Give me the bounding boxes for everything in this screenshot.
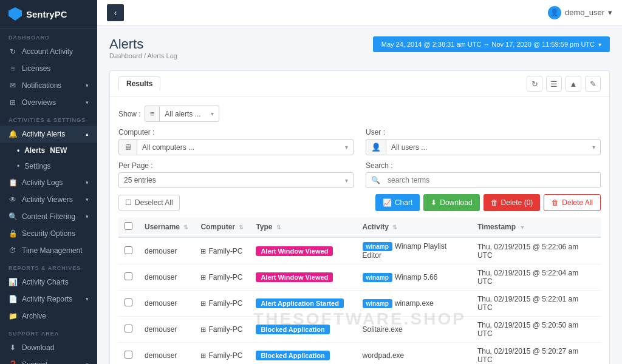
sidebar-item-account-activity[interactable]: ↻ Account Activity xyxy=(0,43,97,60)
date-range-button[interactable]: May 24, 2014 @ 2:38:31 am UTC ↔ Nov 17, … xyxy=(373,36,610,52)
sidebar-item-content-filtering[interactable]: 🔍 Content Filtering ▾ xyxy=(0,208,97,225)
sidebar-section-activities: ACTIVITIES & SETTINGS xyxy=(0,111,97,126)
row-timestamp: Thu, 02/19/2015 @ 5:20:50 am UTC xyxy=(471,317,601,343)
row-computer: ⊞Family-PC xyxy=(194,317,250,343)
sidebar-item-notifications[interactable]: ✉ Notifications ▾ xyxy=(0,77,97,94)
sidebar-label-activity-viewers: Activity Viewers xyxy=(22,195,73,204)
delete-all-button[interactable]: 🗑 Delete All xyxy=(544,194,601,211)
row-type: Alert Window Viewed xyxy=(250,237,356,265)
support-arrow: ▾ xyxy=(86,362,89,364)
user-select[interactable]: All users ... xyxy=(386,140,587,155)
row-timestamp: Thu, 02/19/2015 @ 5:22:04 am UTC xyxy=(471,265,601,291)
sidebar-item-activity-charts[interactable]: 📊 Activity Charts xyxy=(0,274,97,291)
sidebar-item-activity-viewers[interactable]: 👁 Activity Viewers ▾ xyxy=(0,191,97,208)
search-input[interactable] xyxy=(385,173,600,187)
sidebar-item-activity-alerts[interactable]: 🔔 Activity Alerts ▴ xyxy=(0,126,97,143)
type-badge: Alert Window Viewed xyxy=(256,246,333,256)
page-content: Alerts Dashboard / Alerts Log May 24, 20… xyxy=(97,25,622,364)
delete-icon: 🗑 xyxy=(491,198,498,207)
row-checkbox[interactable] xyxy=(125,351,132,359)
activity-viewers-icon: 👁 xyxy=(9,195,17,204)
col-computer: Computer ⇅ xyxy=(194,217,250,237)
security-options-icon: 🔒 xyxy=(9,229,17,238)
main-content: ‹ 👤 demo_user ▾ Alerts Dashboard / Alert… xyxy=(97,0,622,364)
row-checkbox[interactable] xyxy=(125,272,132,280)
search-col: Search : 🔍 xyxy=(366,161,601,188)
collapse-button[interactable]: ▲ xyxy=(566,76,581,92)
sidebar-item-activity-logs[interactable]: 📋 Activity Logs ▾ xyxy=(0,174,97,191)
col-username: Username ⇅ xyxy=(138,217,194,237)
search-box: 🔍 xyxy=(366,172,601,188)
per-page-chevron: ▾ xyxy=(340,174,353,187)
select-all-checkbox[interactable] xyxy=(125,222,132,230)
sidebar-item-time-management[interactable]: ⏱ Time Management xyxy=(0,242,97,259)
delete-label: Delete (0) xyxy=(501,198,533,207)
show-filter-row: Show : ≡ All alerts ... ▾ xyxy=(118,106,601,122)
shield-icon xyxy=(9,7,22,21)
show-select-chevron: ▾ xyxy=(206,107,219,120)
activity-tag: winamp xyxy=(363,273,392,282)
activity-tag: winamp xyxy=(363,299,392,308)
table-row: demouser⊞Family-PCAlert Window Viewedwin… xyxy=(118,265,601,291)
delete-button[interactable]: 🗑 Delete (0) xyxy=(484,194,541,211)
sidebar-item-activity-reports[interactable]: 📄 Activity Reports ▾ xyxy=(0,291,97,308)
sidebar-label-account-activity: Account Activity xyxy=(22,47,73,56)
col-type: Type ⇅ xyxy=(250,217,356,237)
notifications-icon: ✉ xyxy=(9,81,17,90)
activity-text: winamp.exe xyxy=(395,299,434,308)
activity-text: Winamp 5.66 xyxy=(395,273,438,281)
download-label: Download xyxy=(440,198,472,207)
page-header: Alerts Dashboard / Alerts Log May 24, 20… xyxy=(109,36,610,68)
row-activity: winampwinamp.exe xyxy=(357,291,471,317)
time-management-icon: ⏱ xyxy=(9,246,17,255)
computer-filter-col: Computer : 🖥 All computers ... ▾ xyxy=(118,128,354,155)
edit-button[interactable]: ✎ xyxy=(585,76,601,92)
row-computer: ⊞Family-PC xyxy=(194,343,250,365)
table-row: demouser⊞Family-PCBlocked Applicationwor… xyxy=(118,343,601,365)
sidebar-label-alerts: Alerts xyxy=(24,146,45,155)
sidebar-item-archive[interactable]: 📁 Archive xyxy=(0,308,97,325)
sidebar-sub-item-settings[interactable]: • Settings xyxy=(0,158,97,174)
results-tab[interactable]: Results xyxy=(118,76,160,91)
sidebar-toggle-button[interactable]: ‹ xyxy=(107,4,124,21)
sidebar-label-overviews: Overviews xyxy=(22,98,56,107)
row-activity: Solitaire.exe xyxy=(357,317,471,343)
computer-user-filters: Computer : 🖥 All computers ... ▾ User : xyxy=(118,128,601,155)
user-icon: 👤 xyxy=(366,140,386,155)
sidebar-item-security-options[interactable]: 🔒 Security Options xyxy=(0,225,97,242)
row-type: Alert Application Started xyxy=(250,291,356,317)
list-view-button[interactable]: ☰ xyxy=(546,76,562,92)
breadcrumb-home[interactable]: Dashboard xyxy=(109,52,142,59)
topbar-user[interactable]: 👤 demo_user ▾ xyxy=(548,6,612,19)
row-checkbox[interactable] xyxy=(125,298,132,306)
sidebar-label-support: Support xyxy=(22,360,47,364)
row-checkbox[interactable] xyxy=(125,246,132,254)
activity-charts-icon: 📊 xyxy=(9,278,17,286)
breadcrumb: Dashboard / Alerts Log xyxy=(109,52,177,59)
sidebar-item-overviews[interactable]: ⊞ Overviews ▾ xyxy=(0,94,97,111)
delete-all-label: Delete All xyxy=(562,198,593,207)
sidebar-sub-item-alerts[interactable]: • Alerts NEW xyxy=(0,143,97,158)
sidebar-item-support[interactable]: ❓ Support ▾ xyxy=(0,356,97,364)
show-select[interactable]: All alerts ... xyxy=(160,107,206,121)
download-button[interactable]: ⬇ Download xyxy=(423,194,479,211)
type-badge: Alert Application Started xyxy=(256,298,344,308)
action-buttons: 📈 Chart ⬇ Download 🗑 Delete (0) 🗑 xyxy=(375,194,601,211)
row-timestamp: Thu, 02/19/2015 @ 5:22:06 am UTC xyxy=(471,237,601,265)
row-checkbox[interactable] xyxy=(125,325,132,332)
sidebar-item-download[interactable]: ⬇ Download xyxy=(0,339,97,356)
refresh-button[interactable]: ↻ xyxy=(527,76,542,92)
user-select-wrapper: 👤 All users ... ▾ xyxy=(366,139,601,155)
download-icon: ⬇ xyxy=(9,343,17,352)
sidebar-item-licenses[interactable]: ≡ Licenses xyxy=(0,60,97,77)
row-computer: ⊞Family-PC xyxy=(194,237,250,265)
sidebar-logo: SentryPC xyxy=(0,0,97,29)
deselect-all-button[interactable]: ☐ Deselect All xyxy=(118,195,180,211)
computer-label: Computer : xyxy=(118,128,354,136)
computer-select[interactable]: All computers ... xyxy=(137,140,340,155)
per-page-select[interactable]: 25 entries 50 entries 100 entries xyxy=(119,173,340,187)
user-avatar-icon: 👤 xyxy=(548,6,561,19)
per-page-select-wrapper: 25 entries 50 entries 100 entries ▾ xyxy=(118,172,354,188)
chart-button[interactable]: 📈 Chart xyxy=(375,194,420,211)
type-badge: Blocked Application xyxy=(256,325,329,334)
